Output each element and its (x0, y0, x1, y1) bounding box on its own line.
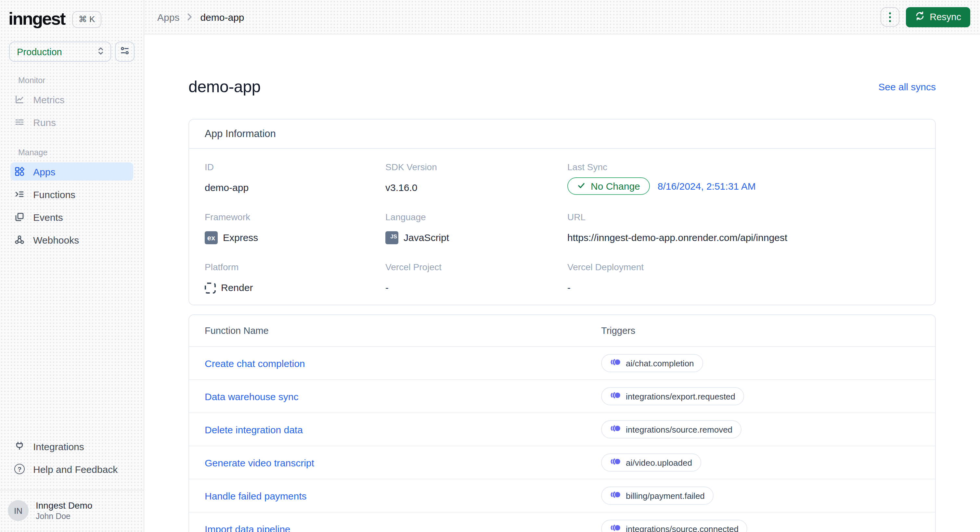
chart-icon (14, 94, 25, 105)
last-sync-value: No Change 8/16/2024, 2:51:31 AM (567, 177, 920, 195)
more-options-button[interactable] (880, 7, 899, 27)
resync-button[interactable]: Resync (905, 7, 970, 27)
sidebar-item-help[interactable]: ? Help and Feedback (10, 460, 133, 478)
field-url: URL https://inngest-demo-app.onrender.co… (567, 212, 920, 245)
check-icon (577, 181, 585, 192)
table-row: Delete integration data integrations/sou… (189, 413, 935, 446)
express-icon: ex (205, 231, 218, 244)
resync-label: Resync (930, 12, 961, 22)
page-title: demo-app (188, 77, 261, 96)
breadcrumb-current: demo-app (200, 11, 244, 22)
user-info: Inngest Demo John Doe (36, 500, 92, 522)
sidebar-item-webhooks[interactable]: Webhooks (10, 230, 133, 249)
app-information-title: App Information (189, 119, 935, 149)
event-trigger-icon (610, 524, 620, 532)
sidebar-item-label: Webhooks (33, 234, 79, 245)
chevron-updown-icon (97, 46, 105, 57)
sidebar-item-apps[interactable]: Apps (10, 162, 133, 181)
field-label: URL (567, 212, 920, 223)
sidebar-section-manage: Manage (18, 148, 133, 157)
field-label: Last Sync (567, 162, 920, 173)
sidebar-nav: Monitor Metrics Runs Manage Apps (0, 76, 144, 253)
user-menu[interactable]: IN Inngest Demo John Doe (0, 490, 144, 532)
user-name: John Doe (36, 511, 92, 522)
sidebar-item-label: Functions (33, 189, 75, 200)
env-filter-button[interactable] (115, 41, 135, 62)
apps-icon (14, 166, 25, 177)
sidebar-footer: Integrations ? Help and Feedback (0, 437, 144, 483)
app-url: https://inngest-demo-app.onrender.com/ap… (567, 230, 920, 245)
resync-icon (915, 11, 924, 23)
webhook-icon (14, 235, 25, 245)
table-row: Create chat completion ai/chat.completio… (189, 347, 935, 380)
trigger-pill[interactable]: integrations/export.requested (601, 387, 745, 405)
javascript-icon: JS (385, 231, 398, 244)
environment-row: Production (0, 41, 144, 62)
table-row: Import data pipeline integrations/source… (189, 513, 935, 532)
field-value: demo-app (205, 181, 385, 195)
event-trigger-icon (610, 424, 620, 435)
sidebar-item-runs[interactable]: Runs (10, 113, 133, 131)
trigger-pill[interactable]: integrations/source.removed (601, 420, 741, 438)
field-value: v3.16.0 (385, 181, 567, 195)
table-row: Data warehouse sync integrations/export.… (189, 380, 935, 413)
function-link[interactable]: Data warehouse sync (205, 391, 601, 402)
trigger-name: ai/chat.completion (626, 358, 694, 368)
language-value: JavaScript (404, 230, 449, 245)
logo-row: inngest ⌘ K (0, 0, 144, 28)
column-function-name: Function Name (205, 326, 601, 336)
no-change-badge: No Change (567, 177, 650, 195)
field-id: ID demo-app (205, 162, 385, 195)
event-trigger-icon (610, 391, 620, 402)
field-value: - (385, 281, 567, 295)
function-link[interactable]: Generate video transcript (205, 457, 601, 468)
topbar: Apps demo-app Resync (144, 0, 980, 35)
sidebar-item-label: Apps (33, 166, 55, 177)
sliders-icon (119, 46, 130, 58)
trigger-pill[interactable]: billing/payment.failed (601, 486, 714, 505)
last-sync-date-link[interactable]: 8/16/2024, 2:51:31 AM (658, 181, 756, 192)
trigger-name: integrations/source.removed (626, 424, 732, 434)
field-vercel-deployment: Vercel Deployment - (567, 262, 920, 295)
inngest-logo[interactable]: inngest (8, 10, 65, 28)
sidebar-section-monitor: Monitor (18, 76, 133, 85)
command-k-shortcut[interactable]: ⌘ K (72, 11, 102, 28)
sidebar-item-label: Runs (33, 117, 56, 128)
field-language: Language JS JavaScript (385, 212, 567, 245)
table-row: Generate video transcript ai/video.uploa… (189, 446, 935, 480)
field-label: Platform (205, 262, 385, 273)
app-information-card: App Information ID demo-app SDK Version … (188, 119, 936, 305)
field-value: JS JavaScript (385, 230, 567, 245)
sidebar-item-integrations[interactable]: Integrations (10, 437, 133, 455)
badge-label: No Change (591, 181, 640, 192)
avatar: IN (8, 500, 29, 521)
sidebar-item-label: Integrations (33, 441, 84, 452)
trigger-pill[interactable]: ai/video.uploaded (601, 453, 701, 472)
framework-value: Express (223, 230, 258, 245)
function-link[interactable]: Delete integration data (205, 424, 601, 435)
title-row: demo-app See all syncs (188, 77, 936, 96)
sidebar: inngest ⌘ K Production Monitor (0, 0, 144, 532)
platform-value: Render (221, 281, 253, 295)
breadcrumb-apps[interactable]: Apps (157, 11, 179, 22)
environment-value: Production (17, 46, 62, 57)
function-link[interactable]: Create chat completion (205, 357, 601, 368)
functions-table-card: Function Name Triggers Create chat compl… (188, 314, 936, 532)
table-row: Handle failed payments billing/payment.f… (189, 480, 935, 513)
plug-icon (14, 441, 25, 451)
sidebar-item-functions[interactable]: Functions (10, 185, 133, 203)
sidebar-item-label: Metrics (33, 94, 65, 105)
sidebar-item-events[interactable]: Events (10, 208, 133, 226)
trigger-pill[interactable]: integrations/source.connected (601, 520, 748, 532)
environment-selector[interactable]: Production (9, 41, 111, 62)
field-label: Vercel Deployment (567, 262, 920, 273)
trigger-pill[interactable]: ai/chat.completion (601, 354, 703, 372)
event-trigger-icon (610, 491, 620, 501)
field-value: ex Express (205, 230, 385, 245)
function-link[interactable]: Import data pipeline (205, 523, 601, 532)
app-window: inngest ⌘ K Production Monitor (0, 0, 980, 532)
see-all-syncs-link[interactable]: See all syncs (878, 81, 936, 92)
event-trigger-icon (610, 358, 620, 368)
sidebar-item-metrics[interactable]: Metrics (10, 90, 133, 108)
function-link[interactable]: Handle failed payments (205, 490, 601, 501)
